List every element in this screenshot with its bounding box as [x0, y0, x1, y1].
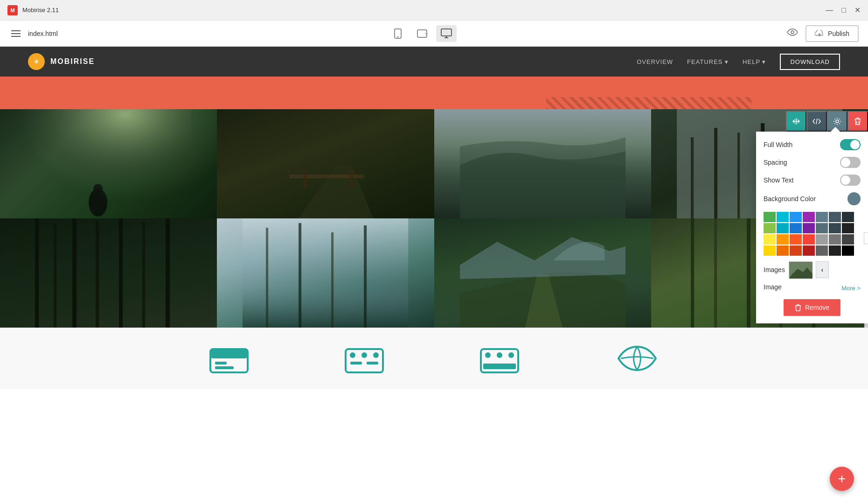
tablet-view-button[interactable] [412, 25, 432, 42]
gallery-grid [0, 109, 868, 328]
bg-color-swatch[interactable] [847, 192, 861, 205]
color-swatch[interactable] [816, 223, 828, 233]
image-label: Image [764, 283, 782, 291]
color-swatch[interactable] [764, 212, 776, 222]
preview-button[interactable] [787, 28, 798, 39]
color-swatch[interactable] [764, 245, 776, 256]
menu-button[interactable] [9, 28, 22, 39]
color-swatch[interactable] [842, 212, 854, 222]
delete-section-button[interactable] [847, 111, 868, 132]
svg-rect-33 [747, 218, 750, 328]
color-swatch[interactable] [842, 223, 854, 233]
more-link[interactable]: More > [841, 285, 861, 292]
feature-icon-1 [208, 342, 250, 375]
feature-icon-3 [479, 342, 521, 375]
code-icon [812, 118, 821, 125]
color-swatch[interactable] [764, 234, 776, 245]
svg-point-55 [508, 352, 514, 358]
gallery-image-3 [434, 109, 651, 218]
remove-button[interactable]: Remove [784, 299, 840, 316]
color-swatch[interactable] [777, 212, 789, 222]
color-swatch[interactable] [790, 223, 802, 233]
feature-icon-4 [614, 342, 660, 375]
color-swatch-grid [764, 212, 854, 256]
svg-rect-10 [303, 170, 307, 189]
svg-rect-23 [119, 218, 123, 328]
app-logo: M [7, 5, 18, 15]
color-swatch[interactable] [803, 223, 815, 233]
tablet-icon [417, 28, 427, 39]
mountain-road [434, 218, 651, 328]
color-swatch[interactable] [790, 212, 802, 222]
thumbnail-preview [789, 262, 812, 279]
eye-icon [787, 28, 798, 36]
gallery-action-bar [786, 111, 868, 132]
color-swatch[interactable] [803, 234, 815, 245]
show-text-label: Show Text [764, 176, 793, 184]
svg-rect-25 [166, 218, 170, 328]
misty-forest [217, 218, 434, 328]
nav-help[interactable]: HELP ▾ [743, 58, 766, 65]
nav-overview[interactable]: OVERVIEW [637, 58, 673, 65]
full-width-row: Full Width [764, 139, 861, 150]
mobile-view-button[interactable] [388, 25, 408, 42]
color-swatch[interactable] [803, 245, 815, 256]
settings-panel: Full Width Spacing Show Text Background … [756, 132, 868, 323]
svg-point-3 [425, 33, 426, 34]
svg-rect-56 [483, 364, 516, 369]
minimize-button[interactable]: — [826, 6, 833, 14]
svg-point-38 [836, 120, 839, 123]
show-text-toggle[interactable] [840, 175, 861, 186]
color-swatch[interactable] [790, 234, 802, 245]
hamburger-line [11, 36, 21, 37]
color-swatch[interactable] [829, 223, 841, 233]
full-width-toggle[interactable] [840, 139, 861, 150]
title-bar: M Mobirise 2.11 — □ ✕ [0, 0, 868, 21]
svg-point-49 [373, 352, 379, 358]
spacing-toggle[interactable] [840, 157, 861, 168]
gallery-section: Full Width Spacing Show Text Background … [0, 109, 868, 328]
images-label: Images [764, 266, 785, 273]
color-swatch[interactable] [842, 234, 854, 245]
remove-label: Remove [805, 304, 829, 311]
cloud-upload-icon [815, 30, 824, 37]
path-img [217, 109, 434, 218]
gallery-image-1 [0, 109, 217, 218]
prev-image-button[interactable]: ‹ [816, 261, 829, 278]
publish-button[interactable]: Publish [806, 25, 859, 42]
add-section-fab[interactable]: + [830, 467, 854, 491]
publish-label: Publish [828, 30, 849, 37]
brand: ☀ MOBIRISE [28, 53, 95, 70]
color-swatch[interactable] [803, 212, 815, 222]
nav-download-button[interactable]: DOWNLOAD [780, 54, 840, 70]
gallery-item [0, 109, 217, 218]
svg-point-7 [89, 189, 107, 217]
code-button[interactable] [806, 111, 827, 132]
color-swatch[interactable] [777, 245, 789, 256]
desktop-view-button[interactable] [436, 25, 457, 42]
nav-features[interactable]: FEATURES ▾ [687, 58, 729, 65]
desktop-icon [441, 28, 452, 39]
color-swatch[interactable] [829, 234, 841, 245]
svg-rect-50 [350, 362, 362, 364]
color-swatch[interactable] [816, 212, 828, 222]
color-swatch[interactable] [790, 245, 802, 256]
gallery-image-5 [0, 218, 217, 328]
color-swatch[interactable] [764, 223, 776, 233]
close-button[interactable]: ✕ [854, 6, 861, 14]
trash-icon [854, 117, 861, 126]
image-thumbnail[interactable] [789, 261, 812, 278]
move-section-button[interactable] [786, 111, 806, 132]
color-swatch[interactable] [829, 212, 841, 222]
spacing-row: Spacing [764, 157, 861, 168]
maximize-button[interactable]: □ [841, 6, 846, 14]
color-swatch[interactable] [816, 245, 828, 256]
feature-icon-2 [343, 342, 385, 375]
color-swatch[interactable] [829, 245, 841, 256]
svg-point-48 [361, 352, 367, 358]
color-swatch[interactable] [816, 234, 828, 245]
gallery-item [217, 109, 434, 218]
color-swatch[interactable] [842, 245, 854, 256]
color-swatch[interactable] [777, 223, 789, 233]
color-swatch[interactable] [777, 234, 789, 245]
